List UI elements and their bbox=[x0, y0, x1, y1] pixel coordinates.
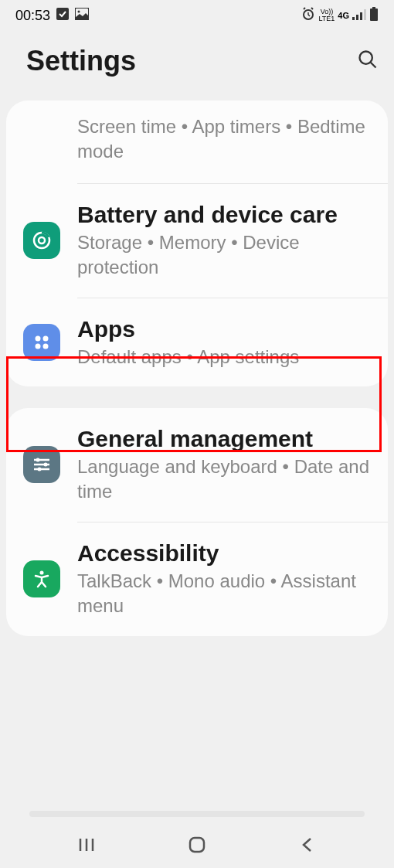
scroll-indicator bbox=[29, 811, 365, 817]
status-bar: 00:53 Vo)) LTE1 4G bbox=[0, 0, 394, 31]
item-title: General management bbox=[77, 425, 371, 453]
settings-item-digital-wellbeing-partial[interactable]: Screen time • App timers • Bedtime mode bbox=[6, 100, 388, 183]
svg-rect-4 bbox=[352, 17, 355, 20]
svg-rect-8 bbox=[372, 7, 375, 9]
settings-item-apps[interactable]: Apps Default apps • App settings bbox=[6, 298, 388, 386]
item-subtitle: TalkBack • Mono audio • Assistant menu bbox=[77, 569, 371, 619]
svg-point-14 bbox=[36, 335, 41, 341]
svg-point-15 bbox=[43, 335, 49, 341]
svg-point-24 bbox=[40, 571, 44, 575]
svg-rect-28 bbox=[190, 838, 204, 852]
svg-point-17 bbox=[43, 343, 49, 349]
home-button[interactable] bbox=[174, 829, 220, 860]
battery-icon bbox=[369, 7, 379, 25]
back-button[interactable] bbox=[284, 829, 331, 860]
item-subtitle: Language and keyboard • Date and time bbox=[77, 454, 371, 505]
alarm-icon bbox=[301, 7, 315, 25]
svg-line-11 bbox=[371, 63, 376, 68]
svg-rect-0 bbox=[56, 8, 69, 20]
settings-item-battery-device-care[interactable]: Battery and device care Storage • Memory… bbox=[6, 184, 388, 298]
item-text: Screen time • App timers • Bedtime mode bbox=[77, 114, 371, 165]
item-text: Battery and device care Storage • Memory… bbox=[77, 201, 371, 281]
item-subtitle: Screen time • App timers • Bedtime mode bbox=[77, 114, 371, 165]
settings-item-general-management[interactable]: General management Language and keyboard… bbox=[6, 408, 388, 522]
general-management-icon bbox=[23, 446, 60, 483]
svg-point-2 bbox=[78, 10, 80, 12]
recent-icon bbox=[78, 836, 95, 853]
volte-indicator: Vo)) LTE1 bbox=[318, 9, 335, 22]
accessibility-icon bbox=[23, 560, 60, 597]
item-title: Accessibility bbox=[77, 540, 371, 567]
image-notification-icon bbox=[75, 8, 89, 24]
back-icon bbox=[300, 836, 315, 854]
svg-point-10 bbox=[360, 52, 372, 64]
battery-care-icon bbox=[23, 222, 60, 259]
svg-rect-5 bbox=[356, 15, 358, 20]
home-icon bbox=[188, 836, 206, 854]
svg-point-13 bbox=[39, 237, 45, 243]
svg-rect-9 bbox=[370, 9, 378, 21]
header: Settings bbox=[0, 31, 394, 100]
item-text: Accessibility TalkBack • Mono audio • As… bbox=[77, 540, 371, 619]
signal-icon bbox=[352, 8, 366, 24]
recent-apps-button[interactable] bbox=[63, 829, 110, 860]
checkbox-notification-icon bbox=[56, 8, 69, 24]
item-subtitle: Storage • Memory • Device protection bbox=[77, 230, 371, 281]
item-title: Apps bbox=[77, 315, 371, 343]
network-generation: 4G bbox=[338, 11, 349, 20]
settings-item-accessibility[interactable]: Accessibility TalkBack • Mono audio • As… bbox=[6, 523, 388, 636]
item-text: General management Language and keyboard… bbox=[77, 425, 371, 505]
svg-point-16 bbox=[36, 343, 41, 349]
item-title: Battery and device care bbox=[77, 201, 371, 229]
search-icon bbox=[357, 49, 379, 70]
item-subtitle: Default apps • App settings bbox=[77, 345, 371, 369]
svg-rect-6 bbox=[360, 12, 362, 20]
apps-icon bbox=[23, 324, 60, 361]
status-right: Vo)) LTE1 4G bbox=[301, 7, 379, 25]
search-button[interactable] bbox=[357, 49, 379, 73]
navigation-bar bbox=[0, 822, 394, 868]
settings-card-2: General management Language and keyboard… bbox=[6, 408, 388, 636]
svg-rect-7 bbox=[364, 9, 366, 20]
settings-card-1: Screen time • App timers • Bedtime mode … bbox=[6, 100, 388, 386]
status-time: 00:53 bbox=[15, 8, 50, 24]
page-title: Settings bbox=[26, 45, 136, 77]
item-text: Apps Default apps • App settings bbox=[77, 315, 371, 369]
status-left: 00:53 bbox=[15, 8, 89, 24]
